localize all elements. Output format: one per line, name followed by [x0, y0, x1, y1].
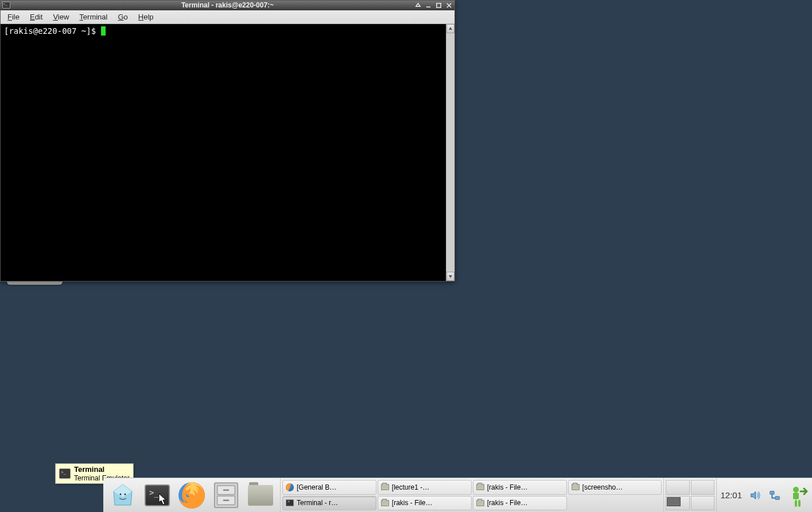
- svg-point-6: [120, 493, 122, 495]
- file-cabinet-icon: [210, 480, 242, 510]
- workspace-4[interactable]: [691, 496, 715, 511]
- task-item[interactable]: [screensho…: [568, 480, 662, 495]
- file-manager-launcher[interactable]: [210, 482, 242, 509]
- folder-icon: [476, 483, 485, 492]
- svg-point-16: [793, 487, 799, 493]
- system-tray: 12:01: [716, 478, 812, 512]
- minimize-button[interactable]: [424, 1, 433, 9]
- menu-file[interactable]: File: [3, 11, 24, 22]
- menu-terminal[interactable]: Terminal: [75, 11, 112, 22]
- task-label: [rakis - File…: [487, 499, 528, 507]
- menu-go[interactable]: Go: [113, 11, 132, 22]
- menu-edit[interactable]: Edit: [25, 11, 47, 22]
- folder-icon: [380, 498, 390, 507]
- terminal-scrollbar[interactable]: [446, 24, 454, 281]
- workspace-3[interactable]: [666, 496, 690, 511]
- terminal-launcher[interactable]: [141, 482, 173, 509]
- volume-icon[interactable]: [745, 478, 765, 512]
- maximize-button[interactable]: [434, 1, 443, 9]
- menubar: File Edit View Terminal Go Help: [1, 10, 454, 24]
- applications-menu-button[interactable]: [107, 482, 139, 509]
- svg-rect-1: [436, 3, 440, 7]
- task-item[interactable]: [rakis - File…: [378, 496, 472, 511]
- folder-icon: [476, 498, 485, 507]
- firefox-launcher[interactable]: [176, 482, 208, 509]
- clock[interactable]: 12:01: [717, 478, 745, 512]
- workspace-2[interactable]: [691, 480, 715, 495]
- task-label: [lecture1 -…: [392, 483, 429, 491]
- tooltip-title: Terminal: [74, 465, 130, 474]
- terminal-prompt: [rakis@e220-007 ~]$: [4, 26, 101, 36]
- panel: [General B… [lecture1 -… [rakis - File… …: [103, 478, 812, 512]
- scroll-track[interactable]: [446, 33, 454, 272]
- window-menu-button[interactable]: [413, 1, 422, 9]
- task-item[interactable]: [rakis - File…: [473, 496, 567, 511]
- folder-icon: [380, 483, 390, 492]
- menu-view[interactable]: View: [48, 11, 73, 22]
- xfce-menu-icon: [109, 482, 137, 509]
- terminal-body-container: [rakis@e220-007 ~]$: [1, 24, 454, 281]
- terminal-icon: [145, 484, 170, 506]
- terminal-body[interactable]: [rakis@e220-007 ~]$: [2, 25, 445, 280]
- terminal-icon: [285, 498, 294, 507]
- panel-launchers: [103, 478, 281, 512]
- window-titlebar[interactable]: Terminal - rakis@e220-007:~: [1, 1, 454, 10]
- task-label: Terminal - r…: [297, 499, 338, 507]
- scroll-down-button[interactable]: [446, 272, 454, 281]
- scroll-up-button[interactable]: [446, 24, 454, 33]
- window-title: Terminal - rakis@e220-007:~: [1, 1, 454, 9]
- folder-icon: [248, 485, 273, 506]
- taskbar-task-list: [General B… [lecture1 -… [rakis - File… …: [281, 478, 663, 512]
- task-label: [General B…: [297, 483, 336, 491]
- firefox-icon: [176, 479, 208, 511]
- terminal-cursor: [101, 26, 106, 36]
- task-label: [rakis - File…: [487, 483, 528, 491]
- task-slot-empty: [568, 496, 662, 511]
- task-item[interactable]: [General B…: [282, 480, 376, 495]
- tooltip-terminal-icon: [59, 468, 71, 479]
- network-icon[interactable]: [765, 478, 784, 512]
- svg-marker-5: [449, 275, 452, 278]
- svg-rect-12: [223, 489, 229, 491]
- task-item[interactable]: [rakis - File…: [473, 480, 567, 495]
- svg-rect-14: [770, 491, 774, 494]
- close-button[interactable]: [444, 1, 453, 9]
- task-label: [screensho…: [582, 483, 623, 491]
- svg-rect-15: [775, 496, 779, 499]
- logout-button[interactable]: [784, 478, 812, 512]
- svg-point-7: [125, 493, 126, 495]
- menu-help[interactable]: Help: [134, 11, 158, 22]
- svg-rect-13: [223, 499, 229, 501]
- folder-icon: [571, 483, 580, 492]
- task-label: [rakis - File…: [392, 499, 433, 507]
- task-item[interactable]: Terminal - r…: [282, 496, 376, 511]
- task-item[interactable]: [lecture1 -…: [378, 480, 472, 495]
- terminal-window: Terminal - rakis@e220-007:~ File Edit Vi…: [0, 0, 455, 282]
- window-controls: [413, 1, 453, 9]
- home-folder-launcher[interactable]: [244, 482, 277, 509]
- window-icon: [1, 1, 11, 10]
- workspace-pager: [663, 478, 716, 512]
- svg-marker-4: [449, 27, 452, 30]
- workspace-1[interactable]: [666, 480, 690, 495]
- firefox-icon: [285, 483, 294, 492]
